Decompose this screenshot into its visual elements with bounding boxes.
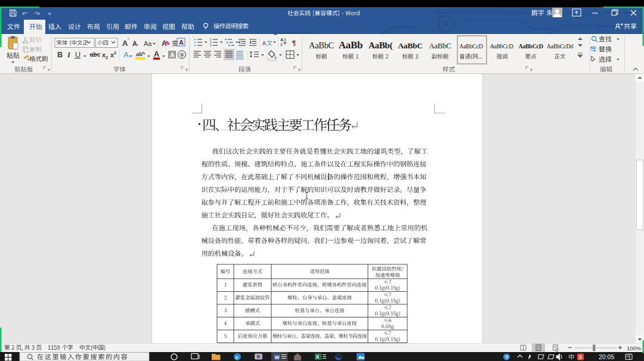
svg-text:3: 3: [210, 44, 212, 47]
svg-text:AaBb(: AaBb(: [369, 41, 392, 51]
svg-text:A: A: [123, 51, 129, 59]
svg-text:S: S: [579, 354, 582, 360]
svg-text:¶: ¶: [292, 39, 296, 47]
svg-text:e: e: [236, 354, 239, 360]
svg-text:?: ?: [505, 354, 509, 360]
svg-text:X: X: [316, 354, 320, 360]
svg-text:AaBbCcD: AaBbCcD: [459, 43, 483, 50]
svg-text:ab: ab: [590, 45, 596, 50]
svg-text:A: A: [170, 51, 175, 58]
svg-text:100%: 100%: [627, 345, 642, 351]
svg-text:2: 2: [280, 42, 283, 47]
svg-text:2: 2: [114, 50, 116, 55]
svg-text:Aa: Aa: [144, 40, 152, 47]
svg-text:ab: ab: [136, 51, 143, 57]
svg-text:A: A: [122, 39, 128, 48]
svg-text:AaBbC: AaBbC: [398, 41, 422, 50]
svg-text:B: B: [57, 51, 63, 59]
svg-text:U: U: [75, 51, 80, 59]
svg-text:A: A: [179, 39, 184, 46]
svg-text:AaBb: AaBb: [339, 39, 363, 51]
svg-text:AaBbCcD: AaBbCcD: [518, 43, 543, 50]
svg-text:AaBbC: AaBbC: [429, 41, 451, 50]
svg-text:AaBbCcDd: AaBbCcDd: [547, 43, 574, 50]
svg-text:AaBbCcD.: AaBbCcD.: [490, 43, 515, 50]
svg-text:20:05: 20:05: [599, 353, 614, 360]
svg-text:A: A: [162, 39, 167, 48]
svg-text:A: A: [132, 40, 137, 47]
svg-text:2: 2: [106, 55, 108, 60]
svg-text:W: W: [275, 354, 280, 360]
svg-text:A: A: [154, 50, 159, 58]
svg-text:AaBbC: AaBbC: [309, 41, 334, 50]
